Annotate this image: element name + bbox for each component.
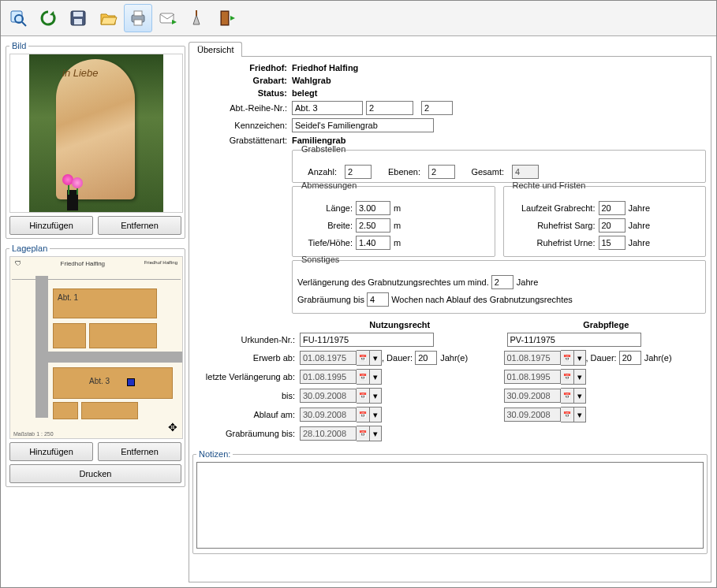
calendar-icon[interactable]: 📅: [561, 350, 574, 366]
toolbar-magnify[interactable]: [4, 4, 32, 32]
sonstiges-group: Sonstiges Verlängerung des Grabnutzungsr…: [292, 260, 706, 314]
p-ablauf-date[interactable]: [504, 408, 561, 422]
abt-row-input[interactable]: [366, 101, 413, 115]
image-add-button[interactable]: Hinzufügen: [9, 216, 93, 235]
chevron-down-icon[interactable]: ▾: [370, 388, 382, 404]
rechte-group: Rechte und Fristen Laufzeit Grabrecht:Ja…: [503, 186, 707, 257]
toolbar: [1, 1, 716, 36]
n-verl-date[interactable]: [300, 370, 357, 384]
val-grabart: Wahlgrab: [292, 76, 331, 85]
compass-icon: ✥: [168, 421, 177, 434]
chevron-down-icon[interactable]: ▾: [574, 407, 586, 422]
grave-image[interactable]: in Liebe: [9, 54, 183, 213]
chevron-down-icon[interactable]: ▾: [574, 369, 586, 385]
val-friedhof: Friedhof Halfing: [292, 63, 358, 73]
plan-marker: [127, 378, 135, 386]
ebenen-input[interactable]: [428, 165, 455, 179]
anzahl-input[interactable]: [345, 165, 372, 179]
calendar-icon[interactable]: 📅: [357, 350, 370, 366]
col-nutzung: Nutzungsrecht: [298, 320, 502, 329]
grabr-wochen-input[interactable]: [367, 292, 389, 307]
abt-section-input[interactable]: [292, 101, 363, 115]
n-urkunde-input[interactable]: [300, 333, 434, 347]
chevron-down-icon[interactable]: ▾: [370, 426, 382, 441]
toolbar-open[interactable]: [94, 4, 122, 32]
app-window: Bild in Liebe Hinzufügen Entfernen Lagep…: [0, 0, 717, 588]
plan-add-button[interactable]: Hinzufügen: [9, 442, 93, 461]
svg-rect-4: [73, 12, 83, 17]
chevron-down-icon[interactable]: ▾: [370, 350, 382, 366]
overview-content: Friedhof:Friedhof Halfing Grabart:Wahlgr…: [189, 57, 711, 582]
chevron-down-icon[interactable]: ▾: [574, 350, 586, 366]
p-erwerb-date[interactable]: [504, 351, 561, 365]
chevron-down-icon[interactable]: ▾: [574, 388, 586, 404]
laufzeit-input[interactable]: [599, 201, 626, 215]
plan-print-button[interactable]: Drucken: [9, 464, 181, 483]
n-raeum-date[interactable]: [300, 426, 357, 441]
p-verl-date[interactable]: [504, 370, 561, 384]
chevron-down-icon[interactable]: ▾: [370, 407, 382, 422]
calendar-icon[interactable]: 📅: [357, 388, 370, 404]
tabs: Übersicht: [189, 41, 711, 57]
calendar-icon[interactable]: 📅: [357, 426, 370, 441]
image-remove-button[interactable]: Entfernen: [98, 216, 181, 235]
calendar-icon[interactable]: 📅: [357, 369, 370, 385]
plan-panel: Lageplan 🛡Friedhof HalfingFriedhof Halfi…: [6, 244, 185, 487]
tab-overview[interactable]: Übersicht: [189, 42, 242, 57]
svg-line-2: [22, 22, 26, 26]
n-erwerb-date[interactable]: [300, 351, 357, 365]
abmessungen-group: Abmessungen Länge:m Breite:m Tiefe/Höhe:…: [292, 186, 495, 257]
n-ablauf-date[interactable]: [300, 408, 357, 422]
toolbar-mail[interactable]: [154, 4, 182, 32]
ruheurne-input[interactable]: [599, 236, 626, 250]
calendar-icon[interactable]: 📅: [561, 388, 574, 404]
image-panel: Bild in Liebe Hinzufügen Entfernen: [6, 41, 185, 239]
verl-jahre-input[interactable]: [491, 275, 513, 289]
p-urkunde-input[interactable]: [507, 333, 641, 347]
p-bis-date[interactable]: [504, 389, 561, 403]
calendar-icon[interactable]: 📅: [561, 369, 574, 385]
toolbar-save[interactable]: [64, 4, 92, 32]
gesamt-output: [512, 165, 539, 179]
svg-rect-5: [74, 19, 82, 24]
image-panel-title: Bild: [9, 41, 28, 50]
p-dauer-input[interactable]: [619, 351, 641, 365]
chevron-down-icon[interactable]: ▾: [370, 369, 382, 385]
val-status: belegt: [292, 88, 317, 98]
svg-rect-12: [222, 12, 228, 24]
abt-nr-input[interactable]: [421, 101, 453, 115]
toolbar-trowel[interactable]: [184, 4, 212, 32]
stone-inscription: in Liebe: [62, 67, 99, 79]
plan-remove-button[interactable]: Entfernen: [98, 442, 181, 461]
toolbar-refresh[interactable]: [34, 4, 62, 32]
col-pflege: Grabpflege: [505, 320, 708, 329]
ruhesarg-input[interactable]: [599, 218, 626, 233]
svg-rect-10: [196, 10, 197, 16]
tiefe-input[interactable]: [356, 236, 390, 250]
toolbar-print[interactable]: [124, 4, 152, 32]
site-plan[interactable]: 🛡Friedhof HalfingFriedhof Halfing Abt. 1…: [9, 256, 183, 439]
kennzeichen-input[interactable]: [292, 118, 434, 132]
grabstellen-group: Grabstellen Anzahl: Ebenen: Gesamt:: [292, 150, 706, 183]
toolbar-exit[interactable]: [214, 4, 242, 32]
calendar-icon[interactable]: 📅: [561, 407, 574, 422]
notes-textarea[interactable]: [196, 462, 704, 549]
n-dauer-input[interactable]: [415, 351, 437, 365]
svg-rect-8: [134, 20, 142, 25]
n-bis-date[interactable]: [300, 389, 357, 403]
plan-panel-title: Lageplan: [9, 244, 50, 253]
calendar-icon[interactable]: 📅: [357, 407, 370, 422]
svg-rect-7: [134, 11, 142, 16]
breite-input[interactable]: [356, 218, 390, 233]
notes-panel: Notizen:: [192, 449, 708, 554]
svg-rect-9: [160, 13, 174, 23]
laenge-input[interactable]: [356, 201, 390, 215]
